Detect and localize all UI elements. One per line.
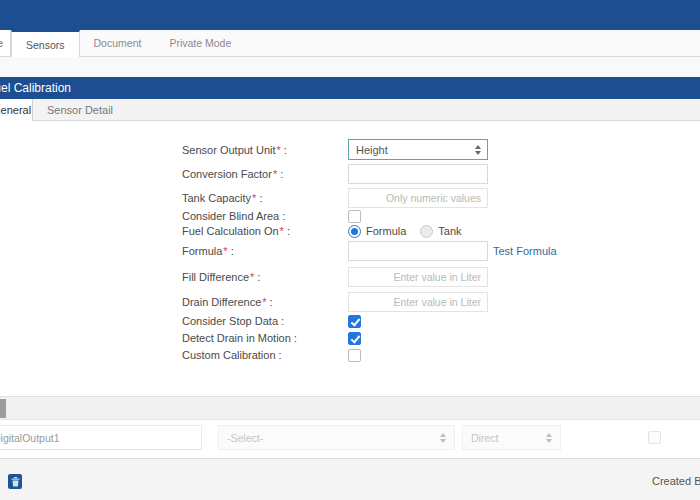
form-row: Tank Capacity*: xyxy=(0,188,700,208)
required-mark: * xyxy=(223,245,227,257)
form-row: Fill Difference*: xyxy=(0,267,700,287)
general-form: Sensor Output Unit*: Height Conversion F… xyxy=(0,121,700,396)
tank-capacity-label: Tank Capacity*: xyxy=(182,188,262,208)
form-row: Detect Drain in Motion: xyxy=(0,331,700,345)
conversion-factor-label: Conversion Factor*: xyxy=(182,164,283,184)
tank-capacity-input[interactable] xyxy=(348,188,488,208)
output-name-input[interactable] xyxy=(0,425,202,450)
created-by-text: Created By xyxy=(652,475,700,487)
footer-bar: Created By xyxy=(0,458,700,500)
output-type-select[interactable]: -Select- xyxy=(218,425,455,450)
form-row: Custom Calibration: xyxy=(0,348,700,362)
subtab-sensor-detail[interactable]: Sensor Detail xyxy=(33,99,127,120)
form-row: Sensor Output Unit*: Height xyxy=(0,139,700,160)
up-down-arrows-icon xyxy=(440,433,446,443)
scrollbar-thumb[interactable] xyxy=(0,399,6,418)
consider-stop-data-checkbox[interactable] xyxy=(348,315,361,328)
formula-label: Formula*: xyxy=(182,241,234,261)
fill-difference-label: Fill Difference*: xyxy=(182,267,260,287)
tab-private-mode[interactable]: Private Mode xyxy=(155,30,245,56)
main-tab-bar: e Sensors Document Private Mode xyxy=(0,30,700,57)
required-mark: * xyxy=(250,271,254,283)
delete-button[interactable] xyxy=(8,474,22,489)
app-header-bar xyxy=(0,0,700,30)
required-mark: * xyxy=(252,192,256,204)
subtab-sensor-detail-label: Sensor Detail xyxy=(47,104,113,116)
detect-drain-in-motion-checkbox[interactable] xyxy=(348,332,361,345)
calibration-sub-tab-bar: General Sensor Detail xyxy=(0,99,700,121)
custom-calibration-label: Custom Calibration: xyxy=(182,348,282,362)
fill-difference-input[interactable] xyxy=(348,267,488,287)
tab-document[interactable]: Document xyxy=(80,30,156,56)
page-title: Fuel Calibration xyxy=(0,81,71,95)
subtab-general-label: General xyxy=(0,104,31,116)
required-mark: * xyxy=(273,168,277,180)
up-down-arrows-icon xyxy=(546,433,552,443)
form-row: Formula*: Test Formula xyxy=(0,241,700,261)
drain-difference-input[interactable] xyxy=(348,292,488,312)
detect-drain-in-motion-label: Detect Drain in Motion: xyxy=(182,331,297,345)
test-formula-link[interactable]: Test Formula xyxy=(493,241,557,261)
output-type-select-value: -Select- xyxy=(227,432,263,444)
custom-calibration-checkbox[interactable] xyxy=(348,349,361,362)
app-window: e Sensors Document Private Mode Fuel Cal… xyxy=(0,0,700,500)
output-enabled-checkbox[interactable] xyxy=(648,431,661,444)
form-row: Drain Difference*: xyxy=(0,292,700,312)
conversion-factor-input[interactable] xyxy=(348,164,488,184)
formula-input[interactable] xyxy=(348,241,488,261)
spacer-band xyxy=(0,57,700,77)
output-mode-select-value: Direct xyxy=(471,432,498,444)
trash-icon xyxy=(11,477,20,487)
form-row: Fuel Calculation On*: Formula Tank xyxy=(0,224,700,238)
fuel-calculation-on-label: Fuel Calculation On*: xyxy=(182,224,290,238)
formula-radio[interactable] xyxy=(348,225,361,238)
sensor-output-unit-label: Sensor Output Unit*: xyxy=(182,139,287,160)
subtab-general[interactable]: General xyxy=(0,99,33,121)
horizontal-scrollbar[interactable] xyxy=(0,396,700,420)
form-row: Conversion Factor*: xyxy=(0,164,700,184)
consider-stop-data-label: Consider Stop Data: xyxy=(182,314,284,328)
tab-partial-label: e xyxy=(0,37,3,49)
digital-output-row: -Select- Direct xyxy=(0,420,700,458)
drain-difference-label: Drain Difference*: xyxy=(182,292,273,312)
tank-radio[interactable] xyxy=(420,225,433,238)
up-down-arrows-icon xyxy=(475,145,481,155)
formula-radio-label: Formula xyxy=(366,225,406,237)
fuel-calculation-radio-group: Formula Tank xyxy=(348,224,476,238)
tab-sensors-label: Sensors xyxy=(26,39,65,51)
form-row: Consider Blind Area: xyxy=(0,209,700,223)
required-mark: * xyxy=(277,144,281,156)
tab-partial-left[interactable]: e xyxy=(0,30,11,56)
sensor-output-unit-select[interactable]: Height xyxy=(348,139,488,160)
sensor-output-unit-value: Height xyxy=(356,144,388,156)
consider-blind-area-checkbox[interactable] xyxy=(348,210,361,223)
tank-radio-label: Tank xyxy=(438,225,461,237)
required-mark: * xyxy=(280,225,284,237)
fuel-calibration-header: Fuel Calibration xyxy=(0,77,700,99)
form-row: Consider Stop Data: xyxy=(0,314,700,328)
consider-blind-area-label: Consider Blind Area: xyxy=(182,209,285,223)
output-mode-select[interactable]: Direct xyxy=(462,425,561,450)
tab-document-label: Document xyxy=(94,37,142,49)
tab-private-mode-label: Private Mode xyxy=(169,37,231,49)
required-mark: * xyxy=(262,296,266,308)
tab-sensors[interactable]: Sensors xyxy=(11,30,80,57)
